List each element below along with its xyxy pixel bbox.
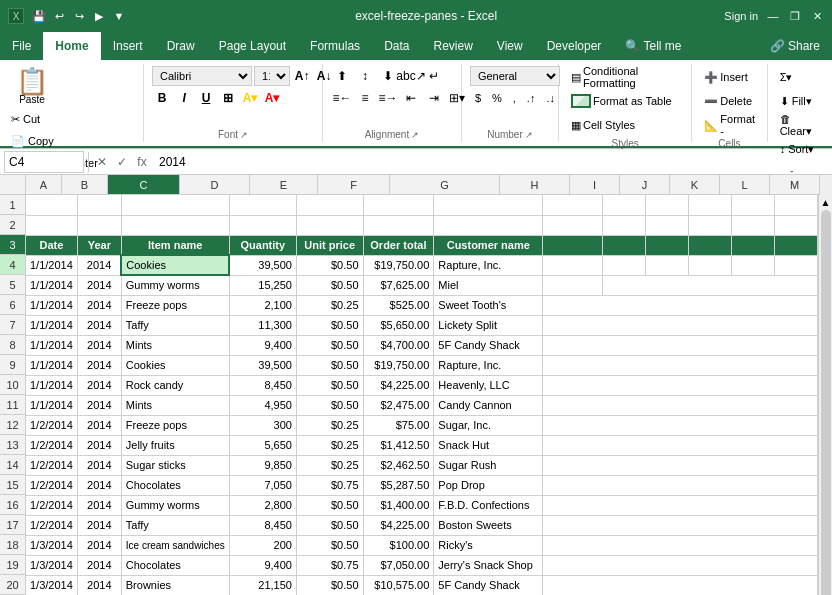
cell-j2[interactable] — [645, 215, 688, 235]
cell-rest9[interactable] — [543, 355, 818, 375]
cell-c16[interactable]: Gummy worms — [121, 495, 229, 515]
cell-rest10[interactable] — [543, 375, 818, 395]
cell-i3[interactable] — [602, 235, 645, 255]
cell-k1[interactable] — [688, 195, 731, 215]
cell-c11[interactable]: Mints — [121, 395, 229, 415]
cell-f10[interactable]: $4,225.00 — [363, 375, 434, 395]
align-center-button[interactable]: ≡ — [354, 88, 376, 108]
col-header-a[interactable]: A — [26, 175, 62, 195]
cell-d7[interactable]: 11,300 — [229, 315, 296, 335]
cell-d9[interactable]: 39,500 — [229, 355, 296, 375]
cell-e11[interactable]: $0.50 — [296, 395, 363, 415]
cell-h5[interactable] — [543, 275, 603, 295]
cell-k3[interactable] — [688, 235, 731, 255]
cell-d13[interactable]: 5,650 — [229, 435, 296, 455]
row-header-18[interactable]: 18 — [0, 535, 26, 555]
cell-g14[interactable]: Sugar Rush — [434, 455, 543, 475]
cell-c13[interactable]: Jelly fruits — [121, 435, 229, 455]
cell-b18[interactable]: 2014 — [77, 535, 121, 555]
cell-rest6[interactable] — [543, 295, 818, 315]
cell-f19[interactable]: $7,050.00 — [363, 555, 434, 575]
fill-color-button[interactable]: A▾ — [240, 88, 260, 108]
bold-button[interactable]: B — [152, 88, 172, 108]
cell-d6[interactable]: 2,100 — [229, 295, 296, 315]
cell-b11[interactable]: 2014 — [77, 395, 121, 415]
cell-rest11[interactable] — [543, 395, 818, 415]
col-header-m[interactable]: M — [770, 175, 820, 195]
cell-a11[interactable]: 1/1/2014 — [26, 395, 77, 415]
cell-g2[interactable] — [434, 215, 543, 235]
row-header-17[interactable]: 17 — [0, 515, 26, 535]
cell-d11[interactable]: 4,950 — [229, 395, 296, 415]
cell-c5[interactable]: Gummy worms — [121, 275, 229, 295]
row-header-4[interactable]: 4 — [0, 255, 26, 275]
close-button[interactable]: ✕ — [810, 9, 824, 23]
vertical-scrollbar[interactable]: ▲ ▼ — [818, 195, 832, 595]
cell-c15[interactable]: Chocolates — [121, 475, 229, 495]
cell-rest18[interactable] — [543, 535, 818, 555]
cell-g15[interactable]: Pop Drop — [434, 475, 543, 495]
cell-a13[interactable]: 1/2/2014 — [26, 435, 77, 455]
cell-c17[interactable]: Taffy — [121, 515, 229, 535]
cell-rest15[interactable] — [543, 475, 818, 495]
cell-b7[interactable]: 2014 — [77, 315, 121, 335]
cell-e19[interactable]: $0.75 — [296, 555, 363, 575]
cell-c7[interactable]: Taffy — [121, 315, 229, 335]
border-button[interactable]: ⊞ — [218, 88, 238, 108]
row-header-11[interactable]: 11 — [0, 395, 26, 415]
cell-g17[interactable]: Boston Sweets — [434, 515, 543, 535]
col-header-g[interactable]: G — [390, 175, 500, 195]
cell-d16[interactable]: 2,800 — [229, 495, 296, 515]
cell-f13[interactable]: $1,412.50 — [363, 435, 434, 455]
cell-c14[interactable]: Sugar sticks — [121, 455, 229, 475]
row-header-6[interactable]: 6 — [0, 295, 26, 315]
cell-c19[interactable]: Chocolates — [121, 555, 229, 575]
cell-e10[interactable]: $0.50 — [296, 375, 363, 395]
row-header-20[interactable]: 20 — [0, 575, 26, 595]
tab-tell-me[interactable]: 🔍 Tell me — [613, 32, 693, 60]
run-button[interactable]: ▶ — [90, 7, 108, 25]
cell-c1[interactable] — [121, 195, 229, 215]
copy-button[interactable]: 📄 Copy — [8, 131, 101, 151]
cell-g5[interactable]: Miel — [434, 275, 543, 295]
cell-d1[interactable] — [229, 195, 296, 215]
cell-a10[interactable]: 1/1/2014 — [26, 375, 77, 395]
currency-button[interactable]: $ — [470, 88, 486, 108]
cell-d4[interactable]: 39,500 — [229, 255, 296, 275]
autosum-button[interactable]: Σ▾ — [776, 66, 824, 88]
cell-l1[interactable] — [731, 195, 774, 215]
cell-d12[interactable]: 300 — [229, 415, 296, 435]
row-header-10[interactable]: 10 — [0, 375, 26, 395]
font-color-button[interactable]: A▾ — [262, 88, 282, 108]
col-header-j[interactable]: J — [620, 175, 670, 195]
cell-rest7[interactable] — [543, 315, 818, 335]
decrease-indent-button[interactable]: ⇤ — [400, 88, 422, 108]
cell-c6[interactable]: Freeze pops — [121, 295, 229, 315]
cell-m3[interactable] — [774, 235, 817, 255]
cell-a18[interactable]: 1/3/2014 — [26, 535, 77, 555]
cell-b5[interactable]: 2014 — [77, 275, 121, 295]
tab-file[interactable]: File — [0, 32, 43, 60]
cell-l2[interactable] — [731, 215, 774, 235]
cell-b2[interactable] — [77, 215, 121, 235]
cell-c8[interactable]: Mints — [121, 335, 229, 355]
cell-a9[interactable]: 1/1/2014 — [26, 355, 77, 375]
cell-e20[interactable]: $0.50 — [296, 575, 363, 595]
tab-developer[interactable]: Developer — [535, 32, 614, 60]
cell-a3[interactable]: Date — [26, 235, 77, 255]
cell-b4[interactable]: 2014 — [77, 255, 121, 275]
cell-e16[interactable]: $0.50 — [296, 495, 363, 515]
cell-j1[interactable] — [645, 195, 688, 215]
cell-f4[interactable]: $19,750.00 — [363, 255, 434, 275]
cell-styles-button[interactable]: ▦ Cell Styles — [567, 114, 683, 136]
cell-g19[interactable]: Jerry's Snack Shop — [434, 555, 543, 575]
qat-dropdown[interactable]: ▼ — [110, 7, 128, 25]
cell-f9[interactable]: $19,750.00 — [363, 355, 434, 375]
cell-g13[interactable]: Snack Hut — [434, 435, 543, 455]
cell-c10[interactable]: Rock candy — [121, 375, 229, 395]
row-header-19[interactable]: 19 — [0, 555, 26, 575]
cell-rest14[interactable] — [543, 455, 818, 475]
cell-f1[interactable] — [363, 195, 434, 215]
cell-d8[interactable]: 9,400 — [229, 335, 296, 355]
cell-c20[interactable]: Brownies — [121, 575, 229, 595]
